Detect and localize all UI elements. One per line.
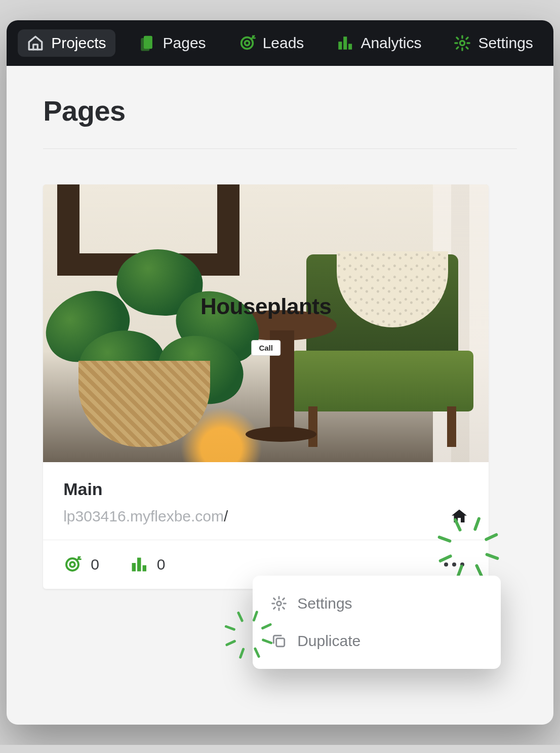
more-menu-button[interactable] [440,554,468,575]
svg-rect-1 [141,38,149,51]
nav-pages[interactable]: Pages [130,29,215,57]
target-icon [63,555,82,574]
nav-label: Pages [163,34,206,52]
thumbnail-title: Houseplants [201,294,332,319]
page-thumbnail[interactable]: Houseplants Call [43,184,489,462]
home-icon [27,34,44,52]
gear-icon [271,595,287,612]
menu-item-settings[interactable]: Settings [253,585,501,622]
nav-label: Leads [263,34,304,52]
menu-item-duplicate[interactable]: Duplicate [253,622,501,660]
pages-icon [139,34,156,52]
nav-label: Projects [51,34,106,52]
stat-value: 0 [91,556,99,573]
page-url[interactable]: lp303416.myflexbe.com/ [63,508,228,525]
nav-label: Analytics [361,34,421,52]
stat-leads[interactable]: 0 [63,555,99,574]
menu-label: Duplicate [297,632,361,650]
svg-point-9 [70,562,75,567]
nav-analytics[interactable]: Analytics [327,29,430,57]
page-title: Pages [43,94,517,127]
svg-rect-10 [132,563,136,572]
bars-icon [130,555,148,574]
page-name: Main [63,479,468,499]
url-path: / [224,508,228,524]
nav-projects[interactable]: Projects [18,29,115,57]
svg-rect-5 [344,36,347,50]
stat-value: 0 [157,556,166,573]
dots-icon [444,562,464,567]
context-menu: Settings Duplicate [253,576,501,669]
menu-label: Settings [297,595,352,612]
svg-rect-6 [348,44,352,49]
card-footer: 0 0 [43,540,489,589]
stat-analytics[interactable]: 0 [130,555,166,574]
svg-point-7 [460,41,465,45]
svg-point-13 [277,601,282,606]
set-home-button[interactable] [450,507,468,525]
svg-rect-11 [137,558,141,572]
nav-leads[interactable]: Leads [229,29,313,57]
nav-settings[interactable]: Settings [445,29,542,57]
app-window: Projects Pages Leads Analytics [7,20,553,725]
home-filled-icon [450,507,468,525]
top-nav: Projects Pages Leads Analytics [7,20,553,66]
divider [43,148,517,149]
page-card[interactable]: Houseplants Call Main lp303416.myflexbe.… [43,184,489,589]
url-host: lp303416.myflexbe.com [63,508,224,524]
card-body: Main lp303416.myflexbe.com/ [43,462,489,540]
thumbnail-cta-button: Call [251,340,281,356]
bars-icon [336,34,353,52]
svg-rect-12 [142,566,146,572]
page-content: Pages [7,66,553,725]
svg-point-3 [245,41,249,45]
svg-rect-14 [276,638,285,647]
target-icon [238,34,256,52]
duplicate-icon [271,633,287,649]
svg-rect-4 [339,42,342,50]
nav-label: Settings [478,34,533,52]
gear-icon [454,34,471,52]
